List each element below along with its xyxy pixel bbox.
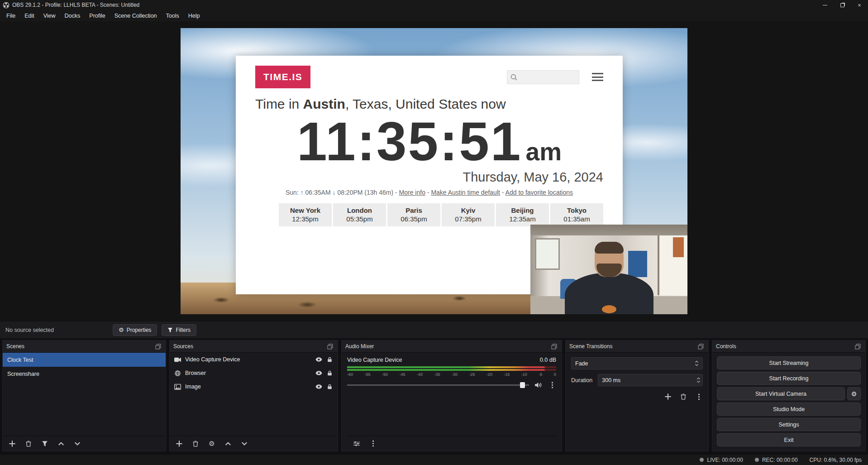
menu-file[interactable]: File xyxy=(2,11,20,20)
controls-dock-header[interactable]: Controls xyxy=(712,340,865,353)
city-box-london: London05:35pm xyxy=(333,203,386,226)
menu-edit[interactable]: Edit xyxy=(20,11,39,20)
mixer-options-dots-icon[interactable] xyxy=(369,440,377,448)
lock-icon[interactable] xyxy=(326,370,333,376)
menu-scene-collection[interactable]: Scene Collection xyxy=(110,11,162,20)
meter-scale: -60-55-50-45-40-35-30-25-20-15-10-50 xyxy=(347,372,556,377)
advanced-audio-icon[interactable] xyxy=(353,440,361,448)
menubar: File Edit View Docks Profile Scene Colle… xyxy=(0,10,868,21)
scene-transitions-dock: Scene Transitions Fade Duration 300 ms xyxy=(565,340,709,451)
move-scene-down-button[interactable] xyxy=(73,440,81,448)
status-bar: LIVE: 00:00:00 REC: 00:00:00 CPU: 0.6%, … xyxy=(0,454,868,465)
gear-icon: ⚙ xyxy=(851,390,857,398)
obs-logo-icon xyxy=(3,2,10,9)
globe-icon xyxy=(174,370,181,376)
scene-filters-button[interactable] xyxy=(41,440,49,448)
volume-meter xyxy=(347,366,556,371)
sources-dock-header[interactable]: Sources xyxy=(170,340,338,353)
exit-button[interactable]: Exit xyxy=(717,433,861,446)
duration-label: Duration xyxy=(571,377,592,384)
transition-select[interactable]: Fade xyxy=(571,357,703,369)
titlebar[interactable]: OBS 29.1.2 - Profile: LLHLS BETA - Scene… xyxy=(0,0,868,10)
webcam-source[interactable] xyxy=(530,225,687,314)
mixer-toolbar xyxy=(347,436,556,451)
city-box-tokyo: Tokyo01:35am xyxy=(550,203,603,226)
more-info-link: More info xyxy=(399,189,425,196)
visibility-eye-icon[interactable] xyxy=(315,370,322,376)
spin-down-icon[interactable] xyxy=(696,380,701,383)
source-properties-button[interactable]: ⚙ xyxy=(208,440,216,448)
timeis-date: Thursday, May 16, 2024 xyxy=(255,170,603,185)
source-context-bar: No source selected ⚙ Properties Filters xyxy=(0,321,868,338)
remove-transition-button[interactable] xyxy=(679,393,687,401)
audio-mixer-dock: Audio Mixer Video Capture Device 0.0 dB … xyxy=(341,340,562,451)
virtual-camera-settings-button[interactable]: ⚙ xyxy=(847,387,861,400)
add-source-button[interactable] xyxy=(175,440,183,448)
add-transition-button[interactable] xyxy=(664,393,672,401)
visibility-eye-icon[interactable] xyxy=(315,384,322,389)
remove-source-button[interactable] xyxy=(191,440,200,448)
timeis-clock-row: 11:35:51am xyxy=(236,113,623,170)
mute-speaker-icon[interactable] xyxy=(534,381,543,389)
move-source-down-button[interactable] xyxy=(240,440,248,448)
combo-arrows-icon xyxy=(695,360,699,366)
timeis-city-name: Austin xyxy=(303,96,345,111)
obs-window: OBS 29.1.2 - Profile: LLHLS BETA - Scene… xyxy=(0,0,868,465)
source-item-video-capture[interactable]: Video Capture Device xyxy=(170,353,338,366)
start-recording-button[interactable]: Start Recording xyxy=(717,372,861,385)
cpu-fps-status: CPU: 0.6%, 30.00 fps xyxy=(810,457,862,463)
duration-spinbox[interactable]: 300 ms xyxy=(598,374,703,386)
filters-button[interactable]: Filters xyxy=(162,324,196,336)
timeis-city-boxes: New York12:35pm London05:35pm Paris06:35… xyxy=(236,203,603,226)
menu-view[interactable]: View xyxy=(39,11,60,20)
make-default-link: Make Austin time default xyxy=(431,189,500,196)
volume-slider[interactable] xyxy=(347,381,529,388)
scenes-dock: Scenes Clock Test Screenshare xyxy=(2,340,166,451)
channel-options-dots-icon[interactable] xyxy=(548,381,556,389)
lock-icon[interactable] xyxy=(326,384,333,389)
studio-mode-button[interactable]: Studio Mode xyxy=(717,403,861,416)
menu-profile[interactable]: Profile xyxy=(85,11,110,20)
remove-scene-button[interactable] xyxy=(24,440,33,448)
add-favorite-link: Add to favorite locations xyxy=(506,189,573,196)
visibility-eye-icon[interactable] xyxy=(315,357,322,362)
start-streaming-button[interactable]: Start Streaming xyxy=(717,356,861,369)
menu-tools[interactable]: Tools xyxy=(162,11,184,20)
scene-item-screenshare[interactable]: Screenshare xyxy=(3,367,166,381)
popout-icon[interactable] xyxy=(550,342,558,350)
spin-up-icon[interactable] xyxy=(696,377,701,380)
source-item-browser[interactable]: Browser xyxy=(170,366,338,380)
timeis-header: TIME.IS xyxy=(236,56,623,88)
transitions-dock-header[interactable]: Scene Transitions xyxy=(566,340,708,353)
menu-help[interactable]: Help xyxy=(184,11,205,20)
preview-canvas[interactable]: TIME.IS Time in Austin, Texas, United St… xyxy=(181,28,687,314)
move-scene-up-button[interactable] xyxy=(57,440,65,448)
window-title: OBS 29.1.2 - Profile: LLHLS BETA - Scene… xyxy=(12,2,816,8)
source-item-image[interactable]: Image xyxy=(170,380,338,393)
scene-item-clock-test[interactable]: Clock Test xyxy=(3,353,166,367)
volume-slider-handle[interactable] xyxy=(520,382,525,388)
menu-docks[interactable]: Docks xyxy=(60,11,85,20)
popout-icon[interactable] xyxy=(696,342,705,350)
restore-button[interactable] xyxy=(834,0,851,10)
timeis-sun-line: Sun: ↑ 06:35AM ↓ 08:20PM (13h 46m) - Mor… xyxy=(255,189,603,196)
timeis-clock: 11:35:51 xyxy=(297,111,522,172)
timeis-logo: TIME.IS xyxy=(255,66,310,88)
close-button[interactable]: × xyxy=(851,0,868,10)
popout-icon[interactable] xyxy=(326,342,334,350)
transition-options-dots-icon[interactable] xyxy=(695,393,703,401)
popout-icon[interactable] xyxy=(854,342,862,350)
move-source-up-button[interactable] xyxy=(224,440,232,448)
scenes-dock-header[interactable]: Scenes xyxy=(3,340,166,353)
lock-icon[interactable] xyxy=(326,357,333,362)
minimize-button[interactable] xyxy=(816,0,834,10)
start-virtual-camera-button[interactable]: Start Virtual Camera xyxy=(717,387,845,400)
filter-icon xyxy=(167,327,173,333)
city-box-beijing: Beijing12:35am xyxy=(496,203,549,226)
settings-button[interactable]: Settings xyxy=(717,418,861,431)
properties-button[interactable]: ⚙ Properties xyxy=(113,324,157,336)
sun-times: Sun: ↑ 06:35AM ↓ 08:20PM (13h 46m) xyxy=(286,189,393,196)
add-scene-button[interactable] xyxy=(8,440,16,448)
popout-icon[interactable] xyxy=(154,342,162,350)
audio-mixer-dock-header[interactable]: Audio Mixer xyxy=(342,340,562,353)
